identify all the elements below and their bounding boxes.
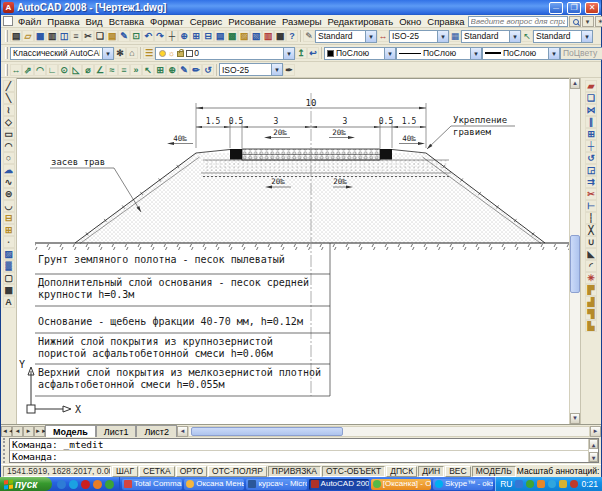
dim-baseline-icon[interactable] xyxy=(118,64,130,76)
make-block-icon[interactable] xyxy=(3,224,15,236)
spline-icon[interactable] xyxy=(3,176,15,188)
dim-linear-icon[interactable] xyxy=(10,64,22,76)
scroll-left-icon[interactable]: ◄ xyxy=(177,426,188,437)
combo-arrow-icon[interactable] xyxy=(509,31,520,42)
drawing-area[interactable]: 10 1.5 0.5 3 3 xyxy=(17,78,569,424)
lineweight-combo[interactable]: ПоСлою xyxy=(482,47,560,60)
zoom-realtime-icon[interactable] xyxy=(178,30,190,42)
toggle-ducs[interactable]: ДПСК xyxy=(386,466,417,477)
tab-layout2[interactable]: Лист2 xyxy=(136,425,177,437)
gradient-icon[interactable] xyxy=(3,260,15,272)
menu-tools[interactable]: Сервис xyxy=(187,16,226,27)
toggle-snap[interactable]: ШАГ xyxy=(112,466,138,477)
table-style-combo[interactable]: Standard xyxy=(461,30,521,43)
vertical-scroll-thumb[interactable] xyxy=(570,235,580,293)
make-layer-current-icon[interactable] xyxy=(295,47,307,59)
document-icon[interactable] xyxy=(3,16,13,26)
command-input-line[interactable]: Команда: xyxy=(10,451,588,462)
task-skype[interactable]: Skype™ - oksan... xyxy=(433,479,493,490)
center-mark-icon[interactable] xyxy=(166,64,178,76)
dim-style-toolbar-combo[interactable]: ISO-25 xyxy=(219,63,283,76)
annotation-scale-label[interactable]: Масштаб аннотаций: 1:1 xyxy=(517,466,602,476)
internet-explorer-icon[interactable] xyxy=(57,480,66,489)
tab-layout1[interactable]: Лист1 xyxy=(96,425,137,437)
undo-icon[interactable] xyxy=(142,30,154,42)
tray-app-icon-1[interactable] xyxy=(515,480,523,488)
tab-first-icon[interactable]: ◄◄ xyxy=(1,426,12,437)
copy-clip-icon[interactable] xyxy=(94,30,106,42)
dim-style-manager-icon[interactable] xyxy=(283,64,295,76)
dim-diameter-icon[interactable] xyxy=(82,64,94,76)
menu-file[interactable]: Файл xyxy=(15,16,44,27)
array-icon[interactable] xyxy=(585,128,597,140)
dim-ordinate-icon[interactable] xyxy=(46,64,58,76)
combo-arrow-icon[interactable] xyxy=(548,48,559,59)
toggle-osnap[interactable]: ПРИВЯЗКА xyxy=(268,466,321,477)
plot-icon[interactable] xyxy=(46,30,58,42)
combo-arrow-icon[interactable] xyxy=(102,48,113,59)
scroll-down-icon[interactable]: ▼ xyxy=(589,452,598,462)
tray-app-icon-4[interactable] xyxy=(548,480,556,488)
toggle-model[interactable]: МОДЕЛЬ xyxy=(472,466,516,477)
menu-modify[interactable]: Редактировать xyxy=(325,16,397,27)
layer-combo[interactable]: ☼ 0 xyxy=(155,47,295,60)
horizontal-scroll-track[interactable] xyxy=(188,426,590,437)
break-icon[interactable] xyxy=(585,224,597,236)
language-indicator[interactable]: RU xyxy=(500,479,512,489)
draworder-above-icon[interactable] xyxy=(585,308,597,320)
layer-freeze-sun-icon[interactable]: ☼ xyxy=(168,49,175,58)
paste-icon[interactable] xyxy=(106,30,118,42)
layer-previous-icon[interactable] xyxy=(307,47,319,59)
layer-on-bulb-icon[interactable] xyxy=(159,50,166,57)
minimize-button[interactable] xyxy=(549,2,563,14)
point-icon[interactable] xyxy=(3,236,15,248)
combo-arrow-icon[interactable] xyxy=(365,31,376,42)
menu-window[interactable]: Окно xyxy=(396,16,424,27)
extend-icon[interactable] xyxy=(585,200,597,212)
insert-block-icon[interactable] xyxy=(3,212,15,224)
command-window-grip[interactable] xyxy=(3,438,7,463)
dim-edit-icon[interactable] xyxy=(178,64,190,76)
table-icon[interactable] xyxy=(3,284,15,296)
task-autocad[interactable]: AutoCAD 2008 - ... xyxy=(309,479,369,490)
drawing-canvas[interactable]: 10 1.5 0.5 3 3 xyxy=(17,79,569,424)
draworder-back-icon[interactable] xyxy=(585,296,597,308)
combo-arrow-icon[interactable] xyxy=(437,31,448,42)
help-search-input[interactable] xyxy=(468,16,568,27)
pan-icon[interactable] xyxy=(166,30,178,42)
tab-model[interactable]: Модель xyxy=(45,425,96,437)
favorites-star-icon[interactable]: ✶ xyxy=(595,16,602,27)
command-scrollbar[interactable]: ▲ ▼ xyxy=(588,439,598,462)
rectangle-icon[interactable] xyxy=(3,128,15,140)
search-icon[interactable] xyxy=(569,16,581,27)
layer-color-swatch[interactable] xyxy=(186,50,193,57)
coordinates-readout[interactable]: 1541.5919, 1628.2017, 0.0000 xyxy=(3,466,111,477)
join-icon[interactable] xyxy=(585,236,597,248)
task-total-commander[interactable]: Total Commande... xyxy=(122,479,182,490)
tab-last-icon[interactable]: ►► xyxy=(34,426,45,437)
mleader-style-combo[interactable]: Standard xyxy=(533,30,593,43)
scroll-down-icon[interactable]: ▼ xyxy=(570,413,580,424)
toggle-lwt[interactable]: ВЕС xyxy=(445,466,470,477)
menu-edit[interactable]: Правка xyxy=(44,16,82,27)
revision-cloud-icon[interactable] xyxy=(3,164,15,176)
menu-insert[interactable]: Вставка xyxy=(106,16,147,27)
horizontal-scroll-thumb[interactable] xyxy=(191,427,343,436)
vertical-scroll-track[interactable] xyxy=(570,89,580,413)
scroll-up-icon[interactable]: ▲ xyxy=(589,439,598,449)
combo-arrow-icon[interactable] xyxy=(470,48,481,59)
sheetset-manager-icon[interactable] xyxy=(250,30,262,42)
explode-icon[interactable] xyxy=(585,272,597,284)
dim-jogged-icon[interactable] xyxy=(70,64,82,76)
combo-arrow-icon[interactable] xyxy=(283,48,294,59)
dim-style-combo[interactable]: ISO-25 xyxy=(389,30,449,43)
menu-dimension[interactable]: Размеры xyxy=(279,16,324,27)
draworder-front-icon[interactable] xyxy=(585,284,597,296)
construction-line-icon[interactable] xyxy=(3,92,15,104)
search-dropdown-arrow-icon[interactable]: ▾ xyxy=(582,16,594,27)
task-icq-chat[interactable]: [Оксанка] - Окс... xyxy=(371,479,431,490)
mirror-icon[interactable] xyxy=(585,104,597,116)
scroll-up-icon[interactable]: ▲ xyxy=(570,78,580,89)
color-combo[interactable]: ПоСлою xyxy=(324,47,396,60)
open-icon[interactable] xyxy=(22,30,34,42)
